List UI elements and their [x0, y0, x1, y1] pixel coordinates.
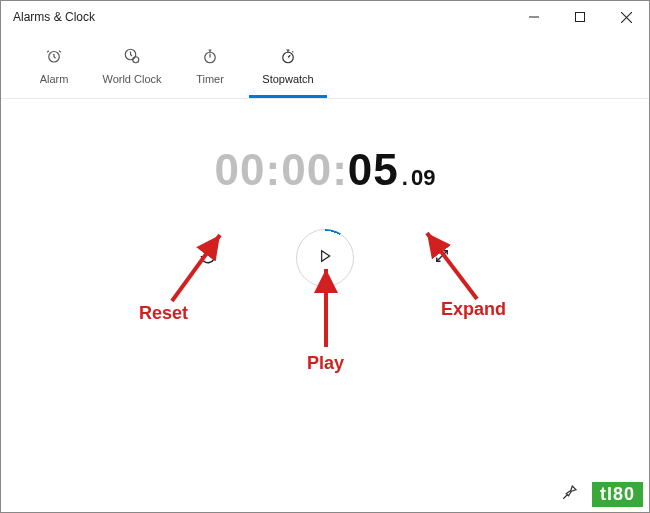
- pin-icon: [561, 483, 579, 505]
- reset-icon: [198, 246, 218, 270]
- minimize-button[interactable]: [511, 1, 557, 33]
- progress-arc: [296, 229, 355, 288]
- annotation-label-expand: Expand: [441, 299, 506, 320]
- annotation-label-play: Play: [307, 353, 344, 374]
- time-minutes: 00: [281, 145, 332, 195]
- tab-stopwatch[interactable]: Stopwatch: [249, 41, 327, 98]
- time-colon: :: [332, 145, 348, 195]
- tab-bar: Alarm World Clock Timer Stopwatch: [1, 33, 649, 99]
- tab-label: Stopwatch: [262, 73, 313, 85]
- time-dot: .: [402, 165, 408, 191]
- stopwatch-panel: 00 : 00 : 05 . 09: [1, 99, 649, 513]
- svg-point-6: [133, 57, 139, 63]
- maximize-button[interactable]: [557, 1, 603, 33]
- pin-button[interactable]: [550, 478, 590, 510]
- reset-button[interactable]: [194, 244, 222, 272]
- tab-label: Alarm: [40, 73, 69, 85]
- time-colon: :: [266, 145, 282, 195]
- app-window: Alarms & Clock Alarm World Clock: [0, 0, 650, 513]
- time-seconds: 05: [348, 145, 399, 195]
- watermark-badge: tl80: [592, 482, 643, 507]
- control-row: [1, 229, 649, 287]
- tab-label: Timer: [196, 73, 224, 85]
- timer-icon: [201, 47, 219, 73]
- expand-icon: [433, 247, 451, 269]
- time-display: 00 : 00 : 05 . 09: [1, 145, 649, 195]
- annotation-label-reset: Reset: [139, 303, 188, 324]
- alarm-icon: [45, 47, 63, 73]
- expand-button[interactable]: [428, 244, 456, 272]
- window-title: Alarms & Clock: [13, 10, 95, 24]
- bottom-bar: tl80: [550, 476, 649, 512]
- time-hours: 00: [215, 145, 266, 195]
- tab-world-clock[interactable]: World Clock: [93, 41, 171, 98]
- tab-alarm[interactable]: Alarm: [15, 41, 93, 98]
- tab-timer[interactable]: Timer: [171, 41, 249, 98]
- world-clock-icon: [123, 47, 141, 73]
- svg-rect-1: [576, 13, 585, 22]
- play-button[interactable]: [296, 229, 354, 287]
- close-button[interactable]: [603, 1, 649, 33]
- stopwatch-icon: [279, 47, 297, 73]
- time-fraction: 09: [411, 165, 435, 191]
- tab-label: World Clock: [102, 73, 161, 85]
- window-controls: [511, 1, 649, 33]
